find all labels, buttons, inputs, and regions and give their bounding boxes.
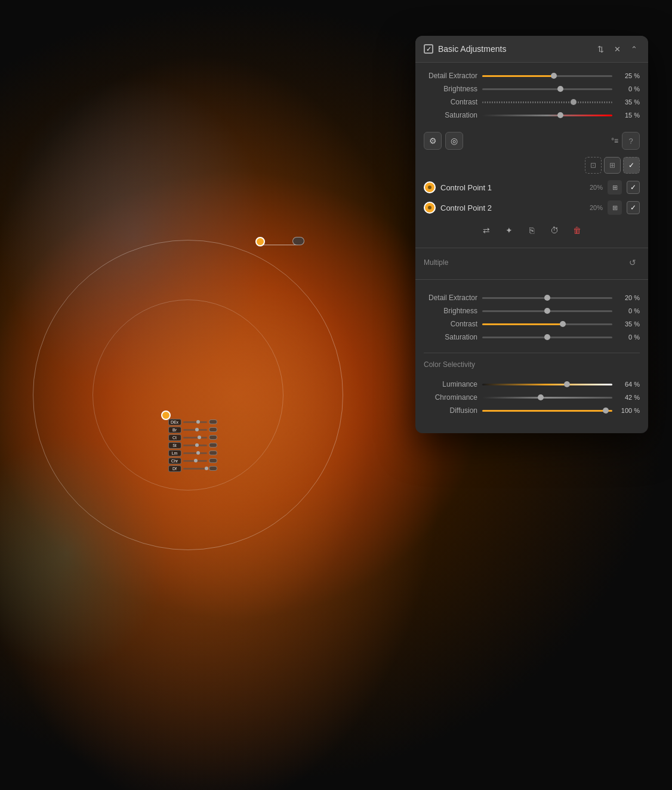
- mini-label-df: Df: [168, 465, 181, 472]
- m-saturation-row: Saturation 0 %: [424, 332, 640, 342]
- m-contrast-label: Contrast: [424, 320, 477, 328]
- m-brightness-track: [482, 310, 612, 312]
- contrast-track: [482, 101, 612, 103]
- m-detail-extractor-track: [482, 297, 612, 299]
- m-detail-extractor-slider[interactable]: [482, 293, 612, 303]
- m-brightness-label: Brightness: [424, 307, 477, 315]
- color-selectivity-label: Color Selectivity: [415, 356, 648, 371]
- chrominance-slider[interactable]: [482, 393, 612, 402]
- pin-button[interactable]: ✦: [500, 221, 518, 239]
- control-point-line: [262, 245, 298, 245]
- mini-label-st: St: [168, 442, 181, 449]
- m-detail-extractor-row: Detail Extractor 20 %: [424, 293, 640, 303]
- cp2-check-button[interactable]: ✓: [627, 201, 640, 214]
- brightness-label: Brightness: [424, 85, 477, 93]
- brightness-row: Brightness 0 %: [424, 84, 640, 94]
- basic-sliders-section: Detail Extractor 25 % Brightness 0 % Con…: [415, 63, 648, 128]
- m-brightness-thumb: [544, 308, 550, 314]
- text-mode-label: °≡: [611, 137, 618, 145]
- chrominance-track: [482, 397, 612, 399]
- mini-label-lm: Lm: [168, 450, 181, 456]
- m-brightness-slider[interactable]: [482, 306, 612, 316]
- panel-header-right: [594, 43, 640, 55]
- cp1-dot[interactable]: [424, 181, 436, 193]
- updown-button[interactable]: [594, 43, 606, 55]
- m-detail-extractor-thumb: [544, 295, 550, 301]
- tools-right: °≡ ?: [611, 132, 640, 150]
- saturation-label: Saturation: [424, 111, 477, 119]
- multiple-row: Multiple: [415, 253, 648, 274]
- diffusion-label: Diffusion: [424, 406, 477, 415]
- cp1-percent: 20%: [585, 184, 603, 191]
- target-button[interactable]: [445, 132, 463, 150]
- saturation-slider[interactable]: [482, 110, 612, 120]
- close-button[interactable]: [611, 43, 623, 55]
- saturation-track: [482, 115, 612, 116]
- color-selectivity-section: Luminance 64 % Chrominance 42 % Diffusio…: [415, 371, 648, 424]
- mini-row-br: Br: [168, 427, 217, 433]
- cp1-label: Control Point 1: [440, 183, 580, 192]
- cp2-label: Control Point 2: [440, 203, 580, 212]
- selection-dashed-button[interactable]: ⊡: [585, 157, 602, 174]
- detail-extractor-label: Detail Extractor: [424, 72, 477, 80]
- question-button[interactable]: ?: [622, 132, 640, 150]
- mini-slider-st[interactable]: [183, 445, 207, 446]
- mini-row-dex: DEx: [168, 419, 217, 425]
- m-contrast-thumb: [560, 321, 566, 327]
- m-saturation-slider[interactable]: [482, 332, 612, 342]
- saturation-thumb: [557, 112, 563, 118]
- detail-extractor-thumb: [551, 73, 557, 79]
- mini-slider-br[interactable]: [183, 429, 207, 431]
- detail-extractor-slider[interactable]: [482, 71, 612, 81]
- detail-extractor-value: 25 %: [617, 72, 640, 79]
- contrast-label: Contrast: [424, 98, 477, 106]
- luminance-thumb: [564, 381, 570, 387]
- transfer-button[interactable]: ⇄: [477, 221, 495, 239]
- diffusion-row: Diffusion 100 %: [424, 406, 640, 415]
- brightness-value: 0 %: [617, 85, 640, 92]
- cp1-grid-button[interactable]: ⊞: [608, 180, 622, 195]
- panel-checkbox[interactable]: ✓: [424, 44, 433, 54]
- saturation-row: Saturation 15 %: [424, 110, 640, 120]
- brightness-track: [482, 88, 612, 90]
- contrast-slider[interactable]: [482, 97, 612, 107]
- selection-check-button[interactable]: ✓: [623, 157, 640, 174]
- m-contrast-track: [482, 323, 612, 325]
- section-divider-1: [415, 248, 648, 248]
- luminance-slider[interactable]: [482, 379, 612, 389]
- m-contrast-fill: [482, 323, 563, 325]
- cp1-check-button[interactable]: ✓: [627, 181, 640, 194]
- m-detail-extractor-value: 20 %: [617, 294, 640, 301]
- collapse-button[interactable]: [628, 43, 640, 55]
- brightness-slider[interactable]: [482, 84, 612, 94]
- tools-row: °≡ ?: [415, 128, 648, 153]
- luminance-value: 64 %: [617, 381, 640, 388]
- gear-button[interactable]: [424, 132, 442, 150]
- mini-slider-df[interactable]: [183, 468, 207, 470]
- trash-button[interactable]: 🗑: [568, 221, 586, 239]
- luminance-row: Luminance 64 %: [424, 379, 640, 389]
- mini-endcap-lm: [209, 450, 217, 455]
- mini-slider-lm[interactable]: [183, 452, 207, 454]
- mini-thumb-st: [195, 443, 199, 447]
- m-contrast-slider[interactable]: [482, 319, 612, 329]
- control-point-1-row: Control Point 1 20% ⊞ ✓: [415, 177, 648, 198]
- cp2-grid-button[interactable]: ⊞: [608, 200, 622, 215]
- cp2-dot-inner: [428, 206, 431, 209]
- paste-button[interactable]: ⎘: [523, 221, 541, 239]
- mini-slider-chr[interactable]: [183, 460, 207, 462]
- diffusion-slider[interactable]: [482, 406, 612, 415]
- mini-slider-dex[interactable]: [183, 421, 207, 423]
- mini-endcap-ct: [209, 435, 217, 440]
- cp2-dot[interactable]: [424, 202, 436, 214]
- detail-extractor-fill: [482, 75, 554, 77]
- mini-label-chr: Chr: [168, 458, 181, 464]
- m-saturation-value: 0 %: [617, 334, 640, 341]
- adjustments-panel: ✓ Basic Adjustments Detail Extractor 25 …: [415, 36, 648, 433]
- history-button[interactable]: ⏱: [545, 221, 563, 239]
- mini-thumb-br: [195, 428, 199, 431]
- contrast-value: 35 %: [617, 98, 640, 106]
- mini-slider-ct[interactable]: [183, 437, 207, 439]
- reset-button[interactable]: [625, 255, 640, 270]
- selection-solid-button[interactable]: ⊞: [604, 157, 621, 174]
